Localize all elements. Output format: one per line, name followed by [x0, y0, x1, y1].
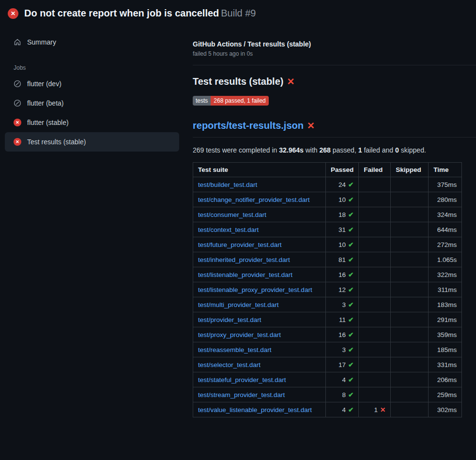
sidebar-item-test-results-stable[interactable]: ✕ Test results (stable)	[5, 132, 179, 152]
check-icon: ✔	[348, 331, 353, 338]
count-value: 18	[338, 211, 346, 218]
test-suite-link[interactable]: test/consumer_test.dart	[198, 211, 266, 218]
time-cell: 259ms	[429, 387, 462, 402]
test-suite-link[interactable]: test/future_provider_test.dart	[198, 241, 282, 248]
test-suite-link[interactable]: test/multi_provider_test.dart	[198, 301, 279, 308]
count-value: 4	[342, 376, 346, 383]
cancelled-icon	[14, 80, 21, 88]
test-suite-link[interactable]: test/selector_test.dart	[198, 361, 261, 368]
table-row: test/proxy_provider_test.dart16✔359ms	[193, 327, 462, 342]
test-suite-link[interactable]: test/listenable_provider_test.dart	[198, 271, 292, 278]
table-row: test/stream_provider_test.dart8✔259ms	[193, 387, 462, 402]
count-value: 16	[338, 271, 346, 278]
test-suite-link[interactable]: test/context_test.dart	[198, 226, 259, 233]
table-row: test/value_listenable_provider_test.dart…	[193, 402, 462, 417]
failed-x-icon: ✕	[307, 121, 315, 131]
skipped-cell	[391, 237, 429, 252]
table-row: test/reassemble_test.dart3✔185ms	[193, 342, 462, 357]
badge-label: tests	[193, 96, 211, 106]
column-header-skipped: Skipped	[391, 163, 429, 177]
time-cell: 291ms	[429, 312, 462, 327]
column-header-passed: Passed	[326, 163, 359, 177]
failed-icon: ✕	[14, 138, 21, 146]
test-suite-link[interactable]: test/provider_test.dart	[198, 316, 261, 323]
skipped-cell	[391, 192, 429, 207]
test-suite-link[interactable]: test/builder_test.dart	[198, 181, 257, 188]
count-value: 24	[338, 181, 346, 188]
test-suite-link[interactable]: test/stateful_provider_test.dart	[198, 376, 286, 383]
section-title-text: Test results (stable)	[193, 76, 283, 87]
test-suite-link[interactable]: test/stream_provider_test.dart	[198, 391, 285, 399]
column-header-time: Time	[429, 163, 462, 177]
table-row: test/listenable_provider_test.dart16✔322…	[193, 267, 462, 282]
table-row: test/future_provider_test.dart10✔272ms	[193, 237, 462, 252]
sidebar-item-flutter-beta[interactable]: flutter (beta)	[5, 93, 179, 113]
check-icon: ✔	[348, 181, 353, 188]
table-row: test/listenable_proxy_provider_test.dart…	[193, 282, 462, 297]
run-title-line: Do not create report when job is cancell…	[24, 8, 256, 19]
check-icon: ✔	[348, 361, 353, 368]
sidebar-item-label: flutter (stable)	[27, 119, 69, 126]
check-icon: ✔	[348, 286, 353, 293]
table-row: test/context_test.dart31✔644ms	[193, 222, 462, 237]
divider	[193, 65, 476, 65]
divider	[193, 137, 476, 138]
check-icon: ✔	[348, 271, 353, 278]
test-suite-link[interactable]: test/inherited_provider_test.dart	[198, 256, 290, 263]
run-meta: failed 5 hours ago in 0s	[193, 50, 476, 57]
sidebar-item-flutter-stable[interactable]: ✕ flutter (stable)	[5, 113, 179, 132]
time-cell: 331ms	[429, 357, 462, 372]
check-icon: ✔	[348, 226, 353, 233]
skipped-cell	[391, 312, 429, 327]
check-icon: ✔	[348, 316, 353, 323]
report-link[interactable]: reports/test-results.json	[193, 120, 304, 131]
skipped-cell	[391, 342, 429, 357]
count-value: 3	[342, 301, 346, 308]
test-suite-link[interactable]: test/value_listenable_provider_test.dart	[198, 406, 312, 414]
sidebar-item-label: flutter (beta)	[27, 99, 63, 107]
time-cell: 183ms	[429, 297, 462, 312]
count-value: 1	[374, 406, 378, 414]
check-icon: ✔	[348, 256, 353, 263]
count-value: 4	[342, 406, 346, 414]
test-table-body: test/builder_test.dart24✔375mstest/chang…	[193, 177, 462, 417]
main-content: GitHub Actions / Test results (stable) f…	[193, 24, 476, 417]
time-cell: 1.065s	[429, 252, 462, 267]
count-value: 3	[342, 346, 346, 353]
count-value: 10	[338, 241, 346, 248]
skipped-cell	[391, 252, 429, 267]
test-suite-link[interactable]: test/reassemble_test.dart	[198, 346, 272, 353]
time-cell: 359ms	[429, 327, 462, 342]
build-number: Build #9	[221, 8, 256, 18]
check-icon: ✔	[348, 406, 353, 414]
column-header-test-suite: Test suite	[193, 163, 326, 177]
sidebar-item-summary[interactable]: Summary	[5, 32, 179, 52]
test-results-table: Test suite Passed Failed Skipped Time te…	[193, 162, 462, 417]
time-cell: 206ms	[429, 372, 462, 387]
table-row: test/provider_test.dart11✔291ms	[193, 312, 462, 327]
test-suite-link[interactable]: test/listenable_proxy_provider_test.dart	[198, 286, 312, 293]
test-suite-link[interactable]: test/change_notifier_provider_test.dart	[198, 196, 309, 203]
time-cell: 311ms	[429, 282, 462, 297]
time-cell: 375ms	[429, 177, 462, 192]
count-value: 16	[338, 331, 346, 338]
sidebar-item-label: flutter (dev)	[27, 80, 61, 88]
time-cell: 322ms	[429, 267, 462, 282]
sidebar-item-flutter-dev[interactable]: flutter (dev)	[5, 74, 179, 93]
summary-line: 269 tests were completed in 32.964s with…	[193, 146, 476, 154]
check-icon: ✔	[348, 211, 353, 218]
section-title: Test results (stable)✕	[193, 76, 476, 87]
report-title: reports/test-results.json✕	[193, 120, 476, 131]
failed-x-icon: ✕	[287, 77, 294, 87]
jobs-list: flutter (dev) flutter (beta) ✕ flutter (…	[5, 74, 179, 152]
table-row: test/consumer_test.dart18✔324ms	[193, 207, 462, 222]
badge-value: 268 passed, 1 failed	[211, 96, 268, 106]
skipped-cell	[391, 267, 429, 282]
fail-icon: ✕	[380, 406, 385, 414]
duration-value: 32.964s	[279, 146, 304, 154]
home-icon	[14, 38, 21, 46]
skipped-cell	[391, 282, 429, 297]
test-suite-link[interactable]: test/proxy_provider_test.dart	[198, 331, 281, 338]
skipped-cell	[391, 177, 429, 192]
time-cell: 280ms	[429, 192, 462, 207]
